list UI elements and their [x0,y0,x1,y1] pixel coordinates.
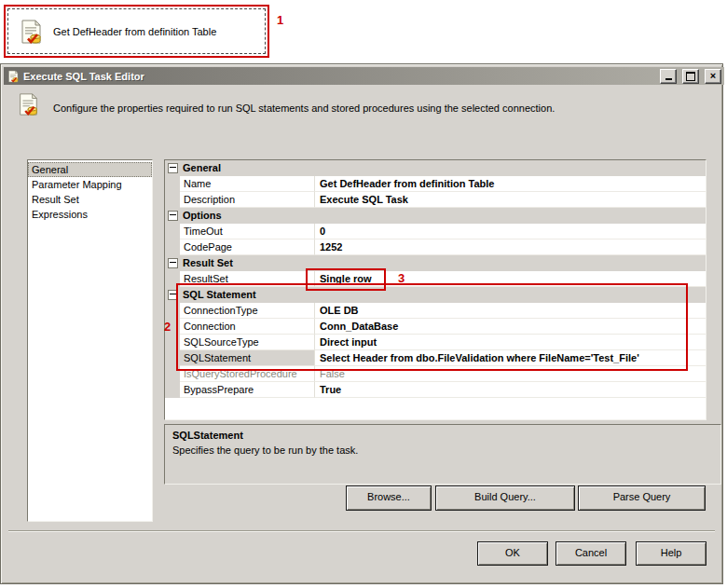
minimize-icon [665,78,672,80]
row-gutter [165,335,180,350]
property-name[interactable]: SQLSourceType [180,335,315,350]
property-value[interactable]: Direct input [315,335,706,350]
property-row-sqlstatement[interactable]: SQLStatement Select Header from dbo.File… [165,350,706,366]
property-name[interactable]: Description [180,192,315,208]
property-name[interactable]: TimeOut [180,224,315,239]
property-name[interactable]: SQLStatement [180,350,315,366]
property-help-panel: SQLStatement Specifies the query to be r… [164,424,721,485]
property-row[interactable]: Description Execute SQL Task [165,192,706,208]
property-row-resultset[interactable]: ResultSet Single row [165,271,706,287]
close-button[interactable]: × [705,69,721,84]
annotation-box-1: Get DefHeader from definition Table [4,5,269,58]
separator [8,530,715,532]
category-row-options[interactable]: Options [165,208,706,224]
ssis-task-box[interactable]: Get DefHeader from definition Table [7,8,266,54]
sql-task-icon [16,92,40,116]
property-value[interactable]: 1252 [315,239,706,255]
property-value: False [315,366,706,382]
annotation-number-2: 2 [164,320,171,334]
property-value[interactable]: Get DefHeader from definition Table [315,176,706,192]
row-gutter [165,382,180,398]
collapse-icon[interactable] [165,160,180,176]
property-name: IsQueryStoredProcedure [180,366,315,382]
property-name[interactable]: Connection [180,319,315,335]
help-button[interactable]: Help [636,541,706,566]
sidebar-item-parameter-mapping[interactable]: Parameter Mapping [28,177,152,192]
row-gutter [165,366,180,382]
annotation-number-1: 1 [277,13,283,27]
row-gutter [165,350,180,366]
row-gutter [165,176,180,192]
browse-button[interactable]: Browse... [346,485,432,511]
sql-task-icon [18,19,44,45]
parse-query-button[interactable]: Parse Query [578,485,706,511]
cancel-button[interactable]: Cancel [556,541,626,566]
annotation-number-3: 3 [398,271,405,285]
property-value[interactable]: Execute SQL Task [315,192,706,208]
property-row[interactable]: Name Get DefHeader from definition Table [165,176,706,192]
build-query-button[interactable]: Build Query... [435,485,575,511]
property-row[interactable]: ConnectionType OLE DB [165,303,706,319]
property-value[interactable]: 0 [315,224,706,239]
property-value[interactable]: OLE DB [315,303,706,319]
property-name[interactable]: ResultSet [180,271,315,287]
sidebar-item-general[interactable]: General [28,162,152,177]
pages-listbox: General Parameter Mapping Result Set Exp… [27,159,153,522]
sql-task-icon [7,70,20,83]
property-value[interactable]: Single row [315,271,706,287]
collapse-icon[interactable] [165,208,180,224]
dialog-title: Execute SQL Task Editor [23,71,654,82]
maximize-button[interactable] [682,69,699,84]
property-row[interactable]: SQLSourceType Direct input [165,335,706,350]
row-gutter [165,239,180,255]
property-value[interactable]: Conn_DataBase [315,319,706,335]
property-value[interactable]: True [315,382,706,398]
minimize-button[interactable] [660,69,677,84]
property-row[interactable]: CodePage 1252 [165,239,706,255]
category-row-general[interactable]: General [165,160,706,176]
dialog-description: Configure the properties required to run… [53,103,696,114]
category-row-sql-statement[interactable]: SQL Statement [165,287,706,303]
property-help-text: Specifies the query to be run by the tas… [172,444,713,456]
category-label: Result Set [180,255,233,271]
row-gutter [165,271,180,287]
row-gutter [165,224,180,239]
maximize-icon [686,72,695,81]
property-row[interactable]: Connection Conn_DataBase [165,319,706,335]
property-name[interactable]: Name [180,176,315,192]
category-label: SQL Statement [180,287,256,303]
ok-button[interactable]: OK [477,541,548,566]
sidebar-item-result-set[interactable]: Result Set [28,192,152,207]
screenshot-root: { "annotations": { "one": "1", "two": "2… [0,0,727,588]
property-help-title: SQLStatement [172,430,713,441]
property-name[interactable]: CodePage [180,239,315,255]
property-value[interactable]: Select Header from dbo.FileValidation wh… [315,350,706,366]
collapse-icon[interactable] [165,287,180,303]
property-name[interactable]: ConnectionType [180,303,315,319]
property-row-disabled: IsQueryStoredProcedure False [165,366,706,382]
row-gutter [165,192,180,208]
category-label: Options [180,208,222,224]
row-gutter [165,303,180,319]
dialog-titlebar[interactable]: Execute SQL Task Editor × [4,67,724,85]
property-name[interactable]: BypassPrepare [180,382,315,398]
property-row[interactable]: BypassPrepare True [165,382,706,398]
property-row[interactable]: TimeOut 0 [165,224,706,239]
close-icon: × [710,71,716,81]
sidebar-item-expressions[interactable]: Expressions [28,207,152,222]
execute-sql-task-editor-dialog: Execute SQL Task Editor × Configure the … [0,63,723,584]
category-label: General [180,160,221,176]
collapse-icon[interactable] [165,255,180,271]
category-row-result-set[interactable]: Result Set [165,255,706,271]
task-label: Get DefHeader from definition Table [53,26,216,37]
property-grid: General Name Get DefHeader from definiti… [164,159,706,420]
